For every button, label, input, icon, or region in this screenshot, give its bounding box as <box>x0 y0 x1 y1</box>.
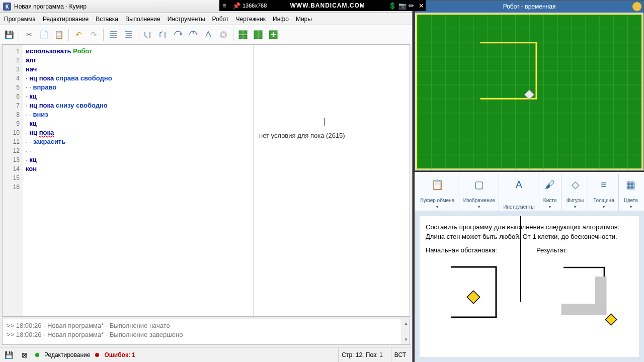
menu-редактирование[interactable]: Редактирование <box>43 16 89 23</box>
task-line1: Составить программу для выполнения следу… <box>426 223 633 231</box>
bc-close-icon[interactable]: ✕ <box>416 2 426 10</box>
bc-pencil-icon[interactable]: ✏ <box>406 2 416 10</box>
ribbon-group[interactable]: ◇Фигуры <box>562 174 589 211</box>
separator-bar <box>520 216 521 302</box>
status-mode: Редактирование <box>44 351 90 358</box>
bc-camera-icon[interactable]: 📷 <box>395 2 406 10</box>
status-position: Стр: 12, Поз: 1 <box>338 347 386 362</box>
kumir-logo-icon: К <box>3 3 11 11</box>
bandicam-overlay: ≡ 📌 1366x768 WWW.BANDICAM.COM 💲 📷 ✏ ✕ <box>219 0 426 11</box>
menu-инфо[interactable]: Инфо <box>273 16 289 23</box>
error-message: нет условия для пока (2615) <box>259 132 345 139</box>
initial-diagram <box>426 257 516 332</box>
console-scrollbar[interactable] <box>401 319 410 344</box>
status-error-count: Ошибок: 1 <box>104 351 135 358</box>
stop-icon[interactable] <box>216 28 230 42</box>
copy-icon[interactable]: 📄 <box>37 28 51 42</box>
run-to-icon[interactable] <box>186 28 200 42</box>
robot-titlebar: Робот - временная <box>415 1 643 13</box>
ribbon-group[interactable]: ≡Толщина <box>589 174 618 211</box>
ribbon-label: Буфер обмена <box>420 198 455 210</box>
svg-rect-1 <box>239 31 243 34</box>
grid-plus-icon[interactable] <box>266 28 280 42</box>
pause-icon[interactable] <box>201 28 215 42</box>
status-save-icon[interactable]: 💾 <box>3 349 14 360</box>
ribbon-icon: A <box>511 176 526 193</box>
ribbon-icon: 📋 <box>430 176 445 193</box>
code-text[interactable]: использовать Роботалгнач· нц пока справа… <box>23 45 254 316</box>
menu-инструменты[interactable]: Инструменты <box>168 16 205 23</box>
svg-rect-4 <box>244 35 247 39</box>
ribbon-label: Фигуры <box>566 198 585 210</box>
ribbon-group[interactable]: ▦Цвета <box>620 174 642 211</box>
status-stop-icon[interactable]: ⊠ <box>19 349 30 360</box>
grid-column-icon[interactable] <box>251 28 265 42</box>
kumir-toolbar: 💾 ✂ 📄 📋 ↶ ↷ <box>0 25 412 44</box>
menu-миры[interactable]: Миры <box>296 16 312 23</box>
kumir-statusbar: 💾 ⊠ Редактирование Ошибок: 1 Стр: 12, По… <box>0 347 412 362</box>
menu-робот[interactable]: Робот <box>212 16 229 23</box>
svg-rect-13 <box>605 314 617 325</box>
status-ready-dot <box>35 353 39 357</box>
cut-icon[interactable]: ✂ <box>22 28 36 42</box>
ribbon-group[interactable]: 🖌Кисти <box>539 174 561 211</box>
svg-rect-3 <box>239 35 243 39</box>
run-icon[interactable] <box>171 28 185 42</box>
ribbon-group[interactable]: 📋Буфер обмена <box>417 174 458 211</box>
menu-чертежник[interactable]: Чертежник <box>236 16 266 23</box>
robot-window: Робот - временная <box>415 0 644 171</box>
indent-icon[interactable] <box>106 28 120 42</box>
ribbon-icon: 🖌 <box>542 176 557 193</box>
svg-rect-6 <box>259 31 262 39</box>
kumir-window: К Новая программа - Кумир ПрограммаРедак… <box>0 0 413 362</box>
grid-4-icon[interactable] <box>236 28 250 42</box>
svg-rect-10 <box>467 291 479 303</box>
step-in-icon[interactable] <box>141 28 155 42</box>
bc-rec-icon[interactable]: 💲 <box>385 2 395 10</box>
result-state-label: Результат: <box>536 246 633 254</box>
step-over-icon[interactable] <box>156 28 170 42</box>
menu-вставка[interactable]: Вставка <box>96 16 118 23</box>
ribbon-group[interactable]: AИнструменты <box>500 174 538 211</box>
task-line2: Длина стен может быть любой. От 1 клетки… <box>426 233 633 240</box>
kumir-title-text: Новая программа - Кумир <box>14 3 87 10</box>
redo-icon[interactable]: ↷ <box>87 28 101 42</box>
kumir-menubar: ПрограммаРедактированиеВставкаВыполнение… <box>0 13 412 25</box>
ribbon-icon: ▦ <box>623 176 638 193</box>
ribbon-icon: ◇ <box>568 176 583 193</box>
menu-программа[interactable]: Программа <box>4 16 36 23</box>
robot-title-text: Робот - временная <box>503 3 556 10</box>
status-insert-mode: ВСТ <box>391 347 409 362</box>
initial-state-label: Начальная обстановка: <box>426 246 522 254</box>
paint-ribbon: 📋Буфер обмена▢ИзображениеAИнструменты🖌Ки… <box>415 172 644 211</box>
outdent-icon[interactable] <box>121 28 135 42</box>
code-pane[interactable]: 12345678910111213141516 использовать Роб… <box>3 45 254 316</box>
message-pane: нет условия для пока (2615) <box>254 45 410 316</box>
ribbon-label: Толщина <box>592 198 615 210</box>
bc-resolution: 1366x768 <box>239 3 270 9</box>
task-document: Составить программу для выполнения следу… <box>420 216 639 357</box>
menu-выполнение[interactable]: Выполнение <box>125 16 160 23</box>
bc-pin-icon[interactable]: 📌 <box>229 2 239 10</box>
ribbon-label: Цвета <box>623 198 639 210</box>
result-diagram <box>536 257 627 332</box>
ribbon-label: Инструменты <box>503 204 534 210</box>
editor-area: 12345678910111213141516 использовать Роб… <box>2 44 410 317</box>
svg-rect-5 <box>254 31 258 39</box>
ribbon-icon: ▢ <box>471 176 487 193</box>
status-error-dot <box>95 353 99 357</box>
paint-window: 📋Буфер обмена▢ИзображениеAИнструменты🖌Ки… <box>415 172 644 362</box>
save-icon[interactable]: 💾 <box>2 28 16 42</box>
ribbon-label: Изображение <box>462 198 496 210</box>
minimize-icon[interactable] <box>632 2 641 11</box>
output-console[interactable]: >> 18:00:26 - Новая программа* - Выполне… <box>2 319 410 345</box>
bc-menu-icon[interactable]: ≡ <box>219 2 229 10</box>
undo-icon[interactable]: ↶ <box>71 28 86 42</box>
bc-logo: WWW.BANDICAM.COM <box>270 2 385 9</box>
robot-field[interactable] <box>416 14 642 169</box>
ribbon-group[interactable]: ▢Изображение <box>459 174 499 211</box>
paste-icon[interactable]: 📋 <box>52 28 66 42</box>
ribbon-label: Кисти <box>542 198 558 210</box>
ribbon-icon: ≡ <box>596 176 611 193</box>
robot-grid-svg <box>417 15 641 170</box>
